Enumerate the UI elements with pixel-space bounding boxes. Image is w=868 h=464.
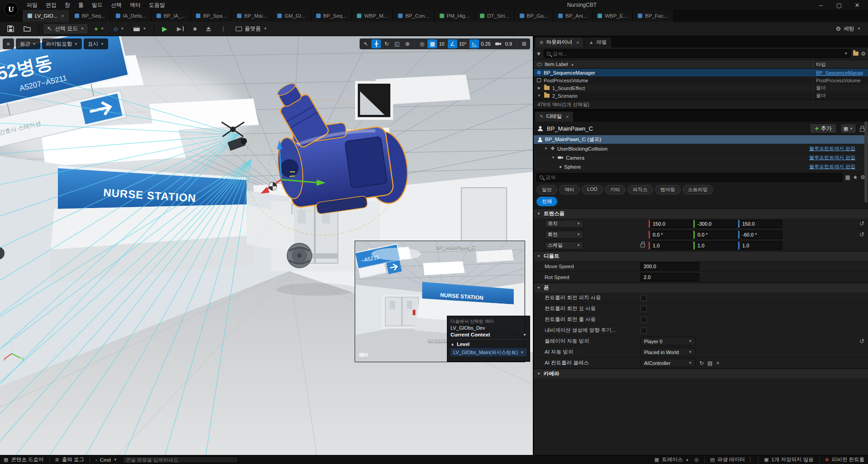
surface-snap-button[interactable]: ◎ xyxy=(417,39,427,48)
eject-button[interactable] xyxy=(203,24,214,34)
outliner-row[interactable]: BP_SequenceManager BP_SequenceManag xyxy=(534,69,868,76)
play-button[interactable]: ▶ xyxy=(158,24,171,34)
collapse-icon[interactable]: ▼ xyxy=(551,156,555,160)
use-controller-pitch-checkbox[interactable] xyxy=(640,295,647,301)
menu-edit[interactable]: 편집 xyxy=(42,0,61,10)
maximize-icon[interactable]: ▢ xyxy=(830,0,848,10)
filter-chip[interactable]: 렌더링 xyxy=(655,185,681,194)
save-button[interactable] xyxy=(4,24,18,34)
content-drawer-button[interactable]: ▦콘텐츠 드로어 xyxy=(4,456,44,463)
tab-levels[interactable]: ▲레벨 xyxy=(584,38,611,47)
cmd-dropdown[interactable]: ›Cmd▼ xyxy=(95,457,117,463)
ai-controller-class-dropdown[interactable]: AIController▼ xyxy=(640,359,696,367)
viewport-options-button[interactable]: ≡ xyxy=(3,38,14,49)
edit-in-blueprint-link[interactable]: 블루프린트에서 편집 xyxy=(809,154,855,161)
move-tool-button[interactable]: ╋ xyxy=(371,39,381,48)
location-dropdown[interactable]: 위치▼ xyxy=(545,220,583,228)
add-component-button[interactable]: +추가 xyxy=(810,123,836,133)
outliner-search[interactable]: ▼ xyxy=(544,49,851,58)
rotate-tool-button[interactable]: ↻ xyxy=(382,39,391,48)
favorites-icon[interactable]: ★ xyxy=(853,174,858,180)
tab-asset[interactable]: BP_Con... xyxy=(393,10,434,22)
filter-chip[interactable]: 기타 xyxy=(605,185,626,194)
camera-speed-button[interactable] xyxy=(494,39,503,48)
select-tool-button[interactable]: ↖ xyxy=(361,39,370,48)
show-flags-button[interactable]: 표시▼ xyxy=(84,38,108,49)
tab-details[interactable]: ✎디테일× xyxy=(535,112,573,122)
filter-icon[interactable]: ▼ xyxy=(536,51,541,57)
display-filter-icon[interactable]: ▦ xyxy=(845,174,850,180)
move-speed-field[interactable]: 200.0 xyxy=(640,262,699,270)
outliner-search-input[interactable] xyxy=(553,51,842,57)
menu-window[interactable]: 창 xyxy=(61,0,74,10)
tab-outliner[interactable]: ≣아웃라이너× xyxy=(535,38,583,47)
menu-select[interactable]: 선택 xyxy=(107,0,126,10)
location-x-field[interactable]: 150.0 xyxy=(649,220,693,228)
scale-snap-button[interactable]: ◺ xyxy=(470,39,479,48)
type-link[interactable]: BP_SequenceManag xyxy=(816,70,863,76)
use-controller-yaw-checkbox[interactable] xyxy=(640,306,647,312)
location-z-field[interactable]: 150.0 xyxy=(738,220,782,228)
auto-possess-ai-dropdown[interactable]: Placed in World▼ xyxy=(640,348,696,356)
tab-close-icon[interactable]: × xyxy=(61,13,64,19)
outliner-row[interactable]: PostProcessVolume PostProcessVolume xyxy=(534,76,868,84)
reset-icon[interactable]: ↺ xyxy=(859,338,864,345)
section-camera[interactable]: ▼카메라 xyxy=(534,369,868,379)
revision-control-button[interactable]: ⊗리비전 컨트롤 xyxy=(825,456,864,463)
add-actor-button[interactable]: + ▼ xyxy=(90,24,108,34)
use-selected-icon[interactable]: ↻ xyxy=(699,360,704,366)
gear-icon[interactable]: ⚙ xyxy=(861,51,866,57)
rotation-snap-button[interactable]: ∠ xyxy=(448,39,457,48)
browse-icon[interactable]: ▤ xyxy=(707,360,712,366)
close-icon[interactable]: × xyxy=(566,114,569,119)
collapse-icon[interactable]: ▼ xyxy=(537,94,541,98)
trace-button[interactable]: ▦트레이스▲ xyxy=(655,456,689,463)
tab-asset[interactable]: BP_Seq... xyxy=(70,10,111,22)
menu-build[interactable]: 빌드 xyxy=(88,0,107,10)
tab-asset[interactable]: BP_Ga... xyxy=(515,10,554,22)
tab-asset[interactable]: DT_Stri... xyxy=(475,10,515,22)
outliner-row[interactable]: ▼2_Scenario 폴더 xyxy=(534,92,868,99)
tab-level[interactable]: LV_GIO...× xyxy=(23,10,70,22)
menu-tools[interactable]: 툴 xyxy=(74,0,88,10)
details-search-input[interactable] xyxy=(545,175,839,180)
tab-asset[interactable]: BP_Fac... xyxy=(633,10,674,22)
filter-chip[interactable]: 피직스 xyxy=(627,185,653,194)
filter-chip-all[interactable]: 전체 xyxy=(536,197,557,206)
view-options-button[interactable]: ▦▼ xyxy=(840,123,856,133)
component-row[interactable]: ▼ Camera 블루프린트에서 편집 xyxy=(534,153,868,162)
menu-help[interactable]: 도움말 xyxy=(145,0,169,10)
platforms-button[interactable]: 플랫폼 ▼ xyxy=(232,24,271,34)
rotation-snap-value[interactable]: 10° xyxy=(458,41,469,47)
scale-lock-icon[interactable] xyxy=(640,244,645,247)
close-icon[interactable]: × xyxy=(576,40,579,45)
derived-data-button[interactable]: ▤파생 데이터⋮ xyxy=(710,456,753,463)
rotation-y-field[interactable]: 0.0 ° xyxy=(693,231,737,239)
browse-content-button[interactable] xyxy=(20,24,34,34)
view-mode-button[interactable]: 라이팅포함▼ xyxy=(42,38,82,49)
cinematics-button[interactable]: ▼ xyxy=(130,24,150,34)
section-default[interactable]: ▼디폴트 xyxy=(534,251,868,261)
scale-tool-button[interactable]: ◱ xyxy=(392,39,402,48)
reset-icon[interactable]: ↺ xyxy=(859,231,864,238)
close-icon[interactable]: ✕ xyxy=(848,0,866,10)
outliner-row[interactable]: ▶1_SoundEffect 폴더 xyxy=(534,84,868,92)
minimize-icon[interactable]: – xyxy=(812,0,830,10)
tab-asset[interactable]: BP_Mai... xyxy=(232,10,272,22)
tab-asset[interactable]: IA_Defa... xyxy=(111,10,152,22)
level-select-dropdown[interactable]: LV_GIObs_Main(퍼시스턴트)▼ xyxy=(451,348,526,356)
use-controller-roll-checkbox[interactable] xyxy=(640,317,647,323)
scale-dropdown[interactable]: 스케일▼ xyxy=(545,241,583,250)
camera-speed-value[interactable]: 0.9 xyxy=(504,41,514,47)
column-item-label[interactable]: Item Label xyxy=(545,62,568,67)
component-row[interactable]: ▼ ❖ UserBlockingCollision 블루프린트에서 편집 xyxy=(534,144,868,153)
reset-icon[interactable]: ↺ xyxy=(859,220,864,227)
rotation-z-field[interactable]: -60.0 ° xyxy=(738,231,782,239)
maximize-viewport-button[interactable]: ⊞ xyxy=(519,39,529,48)
details-scrollbar[interactable] xyxy=(864,121,868,203)
tab-asset[interactable]: BP_Spa... xyxy=(191,10,232,22)
settings-button[interactable]: ⚙ 세팅 ▼ xyxy=(832,24,864,34)
editor-mode-select[interactable]: ↖ 선택 모드 ▼ xyxy=(43,24,88,34)
tab-asset[interactable]: BP_Ani... xyxy=(553,10,593,22)
tab-asset[interactable]: PM_Hig... xyxy=(435,10,475,22)
